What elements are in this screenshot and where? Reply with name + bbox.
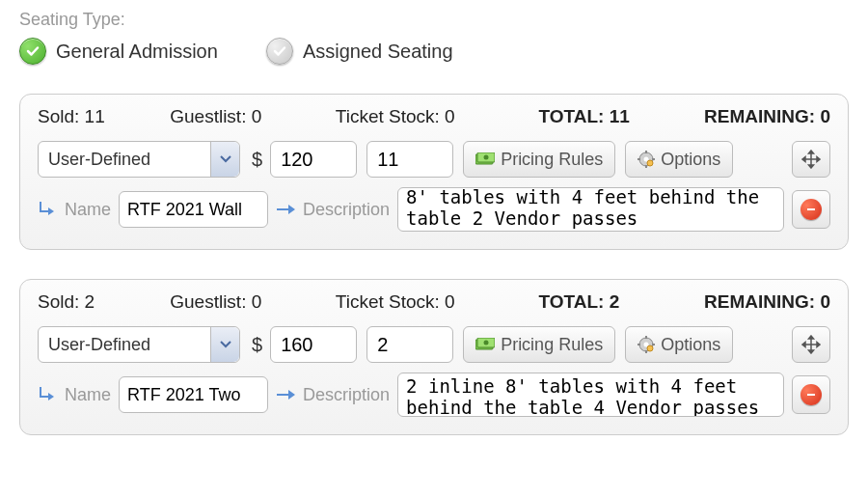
name-label: Name — [65, 200, 111, 220]
ticket-tier-panel: Sold: 11 Guestlist: 0 Ticket Stock: 0 TO… — [19, 94, 849, 250]
options-button[interactable]: Options — [625, 141, 733, 178]
description-label: Description — [303, 200, 390, 220]
money-icon — [475, 152, 495, 166]
options-label: Options — [661, 335, 720, 355]
quantity-input[interactable] — [366, 326, 453, 363]
currency-symbol: $ — [252, 334, 262, 356]
remaining-label: REMAINING: — [704, 291, 815, 312]
stats-row: Sold: 11 Guestlist: 0 Ticket Stock: 0 TO… — [38, 106, 830, 127]
svg-marker-34 — [802, 343, 805, 347]
move-icon — [801, 335, 821, 354]
options-label: Options — [661, 150, 720, 170]
sold-value: 11 — [85, 106, 105, 126]
total-value: 2 — [610, 291, 620, 312]
options-button[interactable]: Options — [625, 326, 733, 363]
remaining-value: 0 — [820, 291, 830, 312]
tier-name-input[interactable] — [119, 191, 268, 228]
svg-point-9 — [647, 160, 653, 166]
tier-type-value: User-Defined — [48, 150, 150, 170]
pricing-rules-button[interactable]: Pricing Rules — [463, 326, 615, 363]
move-button[interactable] — [792, 326, 830, 363]
tier-name-input[interactable] — [119, 376, 268, 413]
gear-icon — [637, 336, 655, 353]
svg-marker-15 — [817, 157, 820, 162]
move-icon — [801, 150, 821, 169]
arrow-right-icon — [276, 388, 295, 401]
sold-value: 2 — [85, 291, 95, 312]
quantity-input[interactable] — [366, 141, 453, 178]
chevron-down-icon — [210, 142, 239, 177]
seating-assigned-label: Assigned Seating — [303, 41, 453, 63]
svg-rect-39 — [807, 394, 815, 396]
sub-arrow-icon — [38, 385, 57, 404]
sold-label: Sold: — [38, 291, 79, 312]
seating-type-options: General Admission Assigned Seating — [19, 38, 849, 65]
currency-symbol: $ — [252, 149, 262, 171]
seating-general-label: General Admission — [56, 41, 218, 63]
sub-arrow-icon — [38, 200, 57, 219]
controls-row: User-Defined $ Pricing Rules Options — [38, 326, 830, 363]
ticket-stock-label: Ticket Stock: — [336, 291, 440, 312]
sold-label: Sold: — [38, 106, 79, 126]
name-label: Name — [65, 385, 111, 405]
controls-row: User-Defined $ Pricing Rules Options — [38, 141, 830, 178]
description-input[interactable] — [397, 187, 784, 232]
arrow-right-icon — [276, 203, 295, 216]
svg-marker-16 — [48, 207, 54, 215]
seating-assigned[interactable]: Assigned Seating — [266, 38, 453, 65]
svg-point-22 — [484, 341, 489, 345]
guestlist-label: Guestlist: — [170, 291, 246, 312]
svg-marker-36 — [48, 393, 54, 400]
svg-point-2 — [484, 155, 489, 160]
svg-marker-32 — [809, 336, 814, 339]
svg-marker-13 — [809, 165, 814, 168]
tier-type-select[interactable]: User-Defined — [38, 141, 240, 178]
total-value: 11 — [610, 106, 630, 126]
ticket-stock-value: 0 — [445, 291, 455, 312]
tier-type-value: User-Defined — [48, 335, 150, 355]
seating-type-label: Seating Type: — [19, 10, 849, 30]
svg-marker-12 — [809, 151, 814, 153]
description-input[interactable] — [397, 373, 784, 417]
money-icon — [475, 338, 495, 351]
svg-rect-19 — [807, 208, 815, 210]
remaining-label: REMAINING: — [704, 106, 815, 126]
total-label: TOTAL: — [539, 106, 605, 126]
tier-type-select[interactable]: User-Defined — [38, 326, 240, 363]
detail-row: Name Description — [38, 373, 830, 417]
ticket-stock-value: 0 — [445, 106, 455, 126]
pricing-rules-button[interactable]: Pricing Rules — [463, 141, 615, 178]
ticket-tier-panel: Sold: 2 Guestlist: 0 Ticket Stock: 0 TOT… — [19, 279, 849, 435]
move-button[interactable] — [792, 141, 830, 178]
remove-button[interactable] — [792, 375, 830, 414]
svg-marker-14 — [802, 157, 805, 162]
remove-icon — [800, 199, 822, 220]
price-input[interactable] — [270, 326, 357, 363]
svg-marker-33 — [809, 350, 814, 353]
ticket-stock-label: Ticket Stock: — [336, 106, 440, 126]
pricing-rules-label: Pricing Rules — [501, 335, 603, 355]
guestlist-value: 0 — [252, 291, 262, 312]
gear-icon — [637, 151, 655, 168]
remaining-value: 0 — [820, 106, 830, 126]
check-icon — [266, 38, 293, 65]
stats-row: Sold: 2 Guestlist: 0 Ticket Stock: 0 TOT… — [38, 291, 830, 313]
remove-icon — [800, 384, 822, 405]
description-label: Description — [303, 385, 390, 405]
price-input[interactable] — [270, 141, 357, 178]
svg-marker-38 — [288, 390, 295, 400]
detail-row: Name Description — [38, 187, 830, 232]
total-label: TOTAL: — [539, 291, 605, 312]
guestlist-value: 0 — [252, 106, 262, 126]
chevron-down-icon — [210, 327, 239, 362]
svg-marker-35 — [817, 343, 820, 347]
pricing-rules-label: Pricing Rules — [501, 150, 603, 170]
seating-general-admission[interactable]: General Admission — [19, 38, 218, 65]
svg-marker-18 — [288, 205, 295, 214]
svg-point-29 — [647, 345, 653, 351]
guestlist-label: Guestlist: — [170, 106, 246, 126]
remove-button[interactable] — [792, 190, 830, 229]
check-icon — [19, 38, 46, 65]
